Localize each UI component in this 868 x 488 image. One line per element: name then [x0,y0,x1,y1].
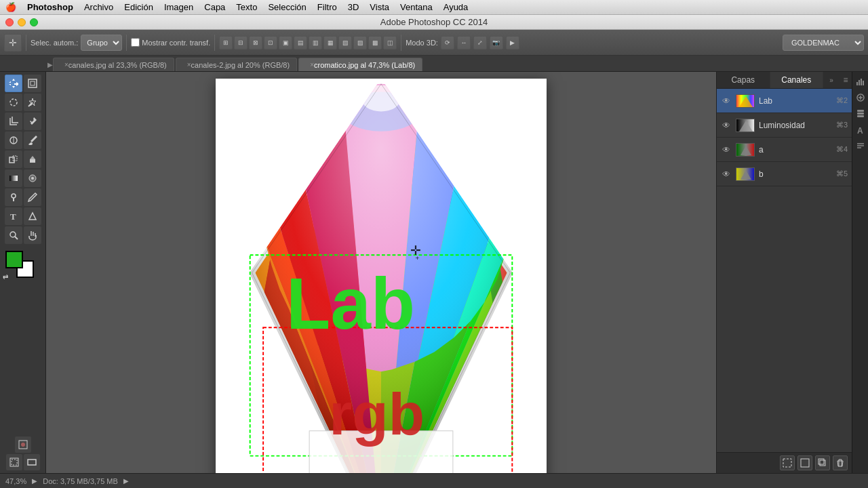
layer-mode-icon[interactable] [6,454,22,470]
distribute-5-icon[interactable]: ▩ [368,36,382,49]
distribute-3-icon[interactable]: ▧ [338,36,352,49]
menu-ayuda[interactable]: Ayuda [443,2,469,12]
histogram-icon[interactable] [854,75,867,88]
channel-lab[interactable]: 👁 Lab ⌘2 [717,89,852,113]
move-tool-icon[interactable]: ✛ [4,34,22,52]
align-center-v-icon[interactable]: ▣ [279,36,292,49]
minimize-button[interactable] [18,18,26,26]
panel-menu-icon[interactable]: ≡ [840,72,852,88]
pen-tool[interactable] [24,188,41,206]
menu-photoshop[interactable]: Photoshop [27,2,73,12]
artboard-tool[interactable] [24,75,41,92]
hand-tool[interactable] [24,226,41,244]
magic-wand-tool[interactable] [24,94,41,111]
maximize-button[interactable] [30,18,38,26]
type-tool[interactable]: T [5,207,22,225]
menu-3d[interactable]: 3D [348,2,359,12]
svg-point-17 [10,232,16,237]
channel-a[interactable]: 👁 a ⌘4 [717,138,852,162]
eye-lab-icon[interactable]: 👁 [721,96,732,106]
channel-luminosidad[interactable]: 👁 Luminosidad ⌘3 [717,113,852,138]
menu-archivo[interactable]: Archivo [84,2,113,12]
foreground-color[interactable] [5,251,23,268]
swap-colors-icon[interactable]: ⇄ [3,273,8,281]
canvas-container[interactable]: Lab rgb CMYK ✛ + [216,79,547,473]
menu-edicion[interactable]: Edición [124,2,153,12]
paragraph-icon[interactable] [854,140,867,153]
new-channel-btn[interactable] [797,455,812,470]
channel-lab-thumbnail [736,94,755,108]
modo-3d-label: Modo 3D: [406,39,438,47]
distribute-h-icon[interactable]: ▥ [309,36,322,49]
distribute-v-icon[interactable]: ▦ [323,36,337,49]
dodge-tool[interactable] [5,188,22,206]
crop-tool[interactable] [5,113,22,130]
3d-camera-icon[interactable]: 📷 [490,36,503,49]
menu-ventana[interactable]: Ventana [400,2,433,12]
select-move-tool[interactable] [5,75,22,92]
blur-tool[interactable] [24,169,41,187]
duplicate-channel-btn[interactable] [815,455,830,470]
close-button[interactable] [5,18,14,26]
align-left-icon[interactable]: ⊞ [219,36,233,49]
tab-canales-panel[interactable]: Canales [770,72,824,88]
gradient-tool[interactable] [5,169,22,187]
tab-canales-label: canales.jpg al 23,3% (RGB/8) [68,61,167,69]
doc-info-arrow[interactable]: ▶ [123,477,129,485]
3d-rotate-icon[interactable]: ⟳ [441,36,454,49]
distribute-4-icon[interactable]: ▨ [353,36,367,49]
adjustment-icon[interactable] [854,91,867,104]
svg-rect-22 [12,460,17,465]
panel-expand-icon[interactable]: » [823,72,840,88]
tab-canales2[interactable]: × canales-2.jpg al 20% (RGB/8) [176,58,297,71]
new-channel-from-selection-btn[interactable] [780,455,795,470]
zoom-arrow[interactable]: ▶ [32,477,37,485]
patch-tool[interactable] [5,131,22,149]
channel-b-name: b [759,169,832,179]
zoom-tool[interactable] [5,226,22,244]
main-area: T ⇄ [0,72,868,473]
goldenmac-select[interactable]: GOLDENMAC [783,35,864,51]
tab-capas[interactable]: Capas [717,72,770,88]
align-center-h-icon[interactable]: ⊟ [234,36,248,49]
grupo-select[interactable]: Grupo [81,35,122,51]
align-bottom-icon[interactable]: ▤ [294,36,307,49]
tab-cromatico[interactable]: × cromatico.jpg al 47,3% (Lab/8) [298,58,422,71]
change-screen-icon[interactable] [24,454,40,470]
clone-tool[interactable] [5,150,22,168]
path-selection-tool[interactable] [24,207,41,225]
channel-lum-name: Luminosidad [759,121,832,130]
3d-zoom-icon[interactable]: ⤢ [473,36,487,49]
tab-canales[interactable]: × canales.jpg al 23,3% (RGB/8) [53,58,174,71]
layer-style-icon[interactable] [854,107,867,121]
3d-extra-icon[interactable]: ▶ [506,36,519,49]
mostrar-transform-checkbox[interactable] [131,38,140,47]
brush-tool[interactable] [24,131,41,149]
align-top-icon[interactable]: ⊡ [264,36,277,49]
resize-icon[interactable]: ◫ [383,36,397,49]
3d-pan-icon[interactable]: ↔ [457,36,471,49]
channel-b[interactable]: 👁 b ⌘5 [717,162,852,186]
mostrar-transform-checkbox-label[interactable]: Mostrar contr. transf. [131,38,210,47]
svg-point-13 [31,177,34,180]
menu-texto[interactable]: Texto [236,2,257,12]
eraser-tool[interactable] [24,150,41,168]
menu-capa[interactable]: Capa [204,2,225,12]
eyedropper-tool[interactable] [24,113,41,130]
menu-filtro[interactable]: Filtro [317,2,337,12]
menu-vista[interactable]: Vista [370,2,389,12]
lasso-tool[interactable] [5,94,22,111]
menu-imagen[interactable]: Imagen [164,2,193,12]
svg-rect-84 [801,459,809,467]
canvas-area[interactable]: Lab rgb CMYK ✛ + [46,72,716,473]
menu-seleccion[interactable]: Selección [268,2,306,12]
quick-mask-icon[interactable] [15,436,31,453]
type-style-icon[interactable]: A [854,123,867,137]
eye-b-icon[interactable]: 👁 [721,169,732,180]
align-right-icon[interactable]: ⊠ [249,36,262,49]
eye-a-icon[interactable]: 👁 [721,144,732,155]
delete-channel-btn[interactable] [833,455,848,470]
apple-menu[interactable]: 🍎 [5,2,16,12]
tabbar: ▶ × canales.jpg al 23,3% (RGB/8) × canal… [0,56,868,72]
eye-lum-icon[interactable]: 👁 [721,120,732,131]
